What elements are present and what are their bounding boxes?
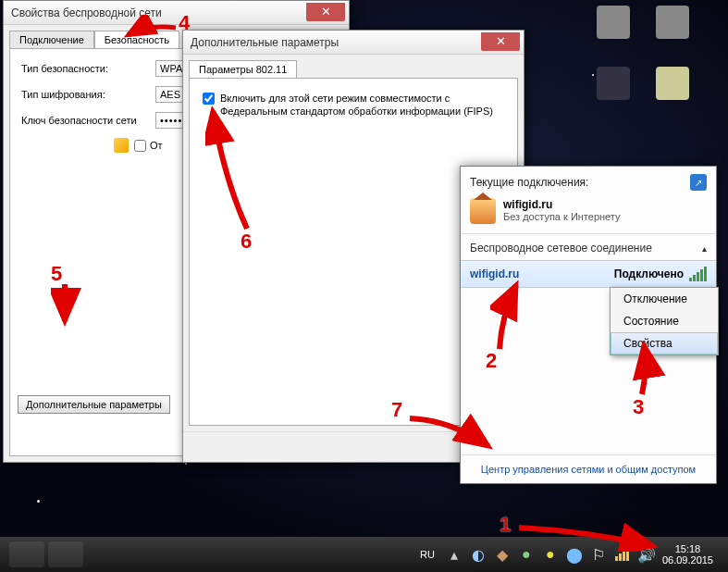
close-button[interactable]: ✕ [306,3,345,21]
arrow-4 [120,15,185,43]
advanced-settings-button[interactable]: Дополнительные параметры [18,395,170,414]
flyout-header: Текущие подключения: [470,176,588,189]
desktop-icon[interactable] [648,67,697,102]
current-network-name: wifigid.ru [503,198,621,211]
arrow-5 [51,280,88,335]
menu-status[interactable]: Состояние [611,310,718,332]
label-encryption-type: Тип шифрования: [21,89,155,100]
network-item-name: wifigid.ru [470,267,519,280]
annotation-5: 5 [51,262,62,286]
arrow-7 [405,411,498,457]
arrow-1 [514,518,662,552]
annotation-6: 6 [241,230,252,254]
label-security-type: Тип безопасности: [21,63,155,74]
annotation-2: 2 [486,349,497,373]
annotation-4: 4 [179,11,190,35]
wireless-section-label: Беспроводное сетевое соединение [470,242,652,255]
network-item-status: Подключено [614,267,684,280]
house-icon [470,198,496,224]
desktop-icon[interactable] [648,6,697,41]
tray-up-icon[interactable]: ▴ [446,546,463,563]
language-indicator[interactable]: RU [416,547,438,562]
shield-icon [114,138,129,153]
close-button[interactable]: ✕ [481,32,520,51]
titlebar[interactable]: Дополнительные параметры ✕ [183,31,524,55]
desktop-icon[interactable] [588,6,638,41]
help-icon[interactable]: ↗ [690,174,707,191]
tray-icon[interactable]: ◆ [494,546,511,563]
show-chars-checkbox[interactable] [134,140,146,152]
arrow-6 [205,104,270,233]
annotation-1: 1 [500,513,511,537]
tab-connection[interactable]: Подключение [9,31,94,48]
tray-icon[interactable]: ◐ [470,546,487,563]
chevron-up-icon[interactable]: ▴ [702,243,707,254]
label-security-key: Ключ безопасности сети [21,115,155,126]
taskbar-app[interactable] [48,541,83,567]
current-network-status: Без доступа к Интернету [503,211,621,222]
desktop-icon[interactable] [588,67,638,102]
menu-disconnect[interactable]: Отключение [611,288,718,310]
arrow-2 [490,280,537,354]
annotation-3: 3 [633,395,644,419]
window-title: Дополнительные параметры [191,36,339,49]
show-chars-label: От [150,140,163,151]
network-center-link[interactable]: Центр управления сетями и общим доступом [481,464,696,475]
field-encryption-type[interactable]: AES [155,86,185,103]
tab-80211[interactable]: Параметры 802.11 [189,60,297,78]
taskbar-app[interactable] [9,541,44,567]
signal-icon [689,267,707,281]
arrow-3 [629,341,666,400]
taskbar-clock[interactable]: 15:18 06.09.2015 [662,543,722,566]
annotation-7: 7 [391,398,402,422]
